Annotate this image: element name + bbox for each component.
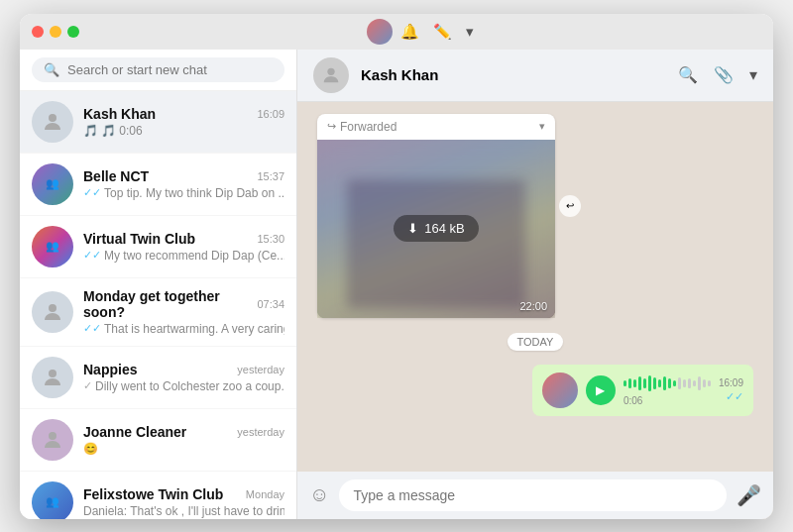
chat-name: Virtual Twin Club	[83, 231, 195, 247]
chat-name: Monday get together soon?	[83, 288, 257, 320]
download-button[interactable]: ⬇ 164 kB	[394, 215, 478, 242]
svg-point-5	[327, 67, 334, 74]
audio-time-status: 16:09 ✓✓	[719, 377, 743, 403]
chat-info-joanne: Joanne Cleaner yesterday 😊	[83, 424, 284, 456]
audio-waveform: 0:06	[623, 373, 711, 406]
audio-icon: 🎵	[83, 124, 98, 138]
chat-info-felixstowe: Felixstowe Twin Club Monday Daniela: Tha…	[83, 486, 284, 518]
edit-icon[interactable]: ✏️	[433, 23, 452, 41]
contact-avatar	[313, 57, 349, 93]
chat-info-belle-nct: Belle NCT 15:37 ✓✓ Top tip. My two think…	[83, 168, 284, 200]
msg-wrapper-forwarded: ↪ Forwarded ▾	[317, 114, 753, 318]
chat-time: 15:37	[257, 170, 284, 182]
minimize-button[interactable]	[50, 26, 61, 38]
title-bar-center: 🔔 ✏️ ▾	[79, 19, 761, 45]
audio-meta: 0:06	[623, 395, 711, 406]
avatar-virtual-twin-club: 👥	[32, 226, 73, 267]
chat-item-nappies[interactable]: Nappies yesterday ✓ Dilly went to Colche…	[20, 347, 296, 409]
chat-name: Joanne Cleaner	[83, 424, 186, 440]
app-avatar	[367, 19, 393, 45]
waveform	[623, 373, 711, 393]
notification-icon[interactable]: 🔔	[400, 23, 419, 41]
chat-preview: ✓✓ Top tip. My two think Dip Dab on ...	[83, 186, 284, 200]
audio-msg-time: 16:09	[719, 377, 743, 388]
chat-item-felixstowe[interactable]: 👥 Felixstowe Twin Club Monday Daniela: T…	[20, 472, 296, 519]
chevron-down-icon[interactable]: ▾	[539, 120, 545, 133]
emoji-button[interactable]: ☺	[309, 483, 329, 506]
mic-button[interactable]: 🎤	[736, 483, 761, 507]
messages-area: ↪ Forwarded ▾	[297, 102, 773, 472]
reply-icon[interactable]: ↩	[559, 195, 581, 217]
chat-time: 07:34	[257, 298, 284, 310]
app-window: 🔔 ✏️ ▾ 🔍	[20, 14, 773, 519]
read-check-icon: ✓✓	[726, 390, 743, 403]
avatar-monday-get-together	[32, 291, 73, 333]
chat-time: 15:30	[257, 233, 284, 245]
chat-preview: Daniela: That's ok , I'll just have to d…	[83, 504, 284, 518]
svg-point-2	[49, 370, 57, 377]
forwarded-image[interactable]: ⬇ 164 kB 22:00	[317, 140, 555, 318]
message-input[interactable]	[339, 479, 727, 511]
chat-name: Felixstowe Twin Club	[83, 486, 223, 502]
chat-time: yesterday	[237, 426, 284, 438]
chat-item-virtual-twin-club[interactable]: 👥 Virtual Twin Club 15:30 ✓✓ My two reco…	[20, 216, 296, 278]
chat-time: yesterday	[237, 364, 284, 375]
chat-time: 16:09	[257, 108, 284, 120]
chat-preview: 🎵 🎵 0:06	[83, 124, 284, 138]
forwarded-text: Forwarded	[340, 120, 396, 134]
chat-info-virtual-twin-club: Virtual Twin Club 15:30 ✓✓ My two recomm…	[83, 231, 284, 263]
chat-time: Monday	[246, 488, 284, 500]
search-box: 🔍	[32, 57, 284, 82]
close-button[interactable]	[32, 26, 44, 38]
play-button[interactable]: ▶	[586, 375, 616, 405]
msg-wrapper-audio: ▶	[317, 365, 753, 416]
chat-header: Kash Khan 🔍 📎 ▾	[297, 50, 773, 102]
more-options-icon[interactable]: ▾	[749, 65, 757, 84]
chat-panel: Kash Khan 🔍 📎 ▾ ↪	[297, 50, 773, 519]
chevron-down-icon[interactable]: ▾	[466, 23, 474, 41]
chat-list: Kash Khan 16:09 🎵 🎵 0:06 👥 Be	[20, 91, 296, 519]
search-icon[interactable]: 🔍	[678, 65, 698, 84]
title-bar: 🔔 ✏️ ▾	[20, 14, 773, 50]
today-badge: TODAY	[508, 333, 564, 351]
attach-icon[interactable]: 📎	[714, 65, 734, 84]
main-content: 🔍 Kash Khan 16:09 �	[20, 50, 773, 519]
avatar-joanne-cleaner	[32, 419, 73, 461]
chat-name: Belle NCT	[83, 168, 149, 184]
forwarded-label: ↪ Forwarded	[327, 120, 396, 134]
chat-preview: 😊	[83, 442, 284, 456]
chat-preview: ✓✓ My two recommend Dip Dap (Ce...	[83, 249, 284, 263]
search-icon: 🔍	[44, 62, 59, 77]
header-icons: 🔍 📎 ▾	[678, 65, 757, 84]
image-time: 22:00	[519, 300, 547, 312]
search-input[interactable]	[67, 62, 273, 77]
forwarded-msg-container: ↪ Forwarded ▾	[317, 114, 555, 318]
chat-item-joanne-cleaner[interactable]: Joanne Cleaner yesterday 😊	[20, 409, 296, 472]
file-size: 164 kB	[424, 221, 464, 236]
forward-arrow-icon: ↪	[327, 120, 336, 133]
chat-item-monday-get-together[interactable]: Monday get together soon? 07:34 ✓✓ That …	[20, 278, 296, 347]
chat-name: Kash Khan	[83, 106, 156, 122]
search-area: 🔍	[20, 50, 296, 91]
sidebar: 🔍 Kash Khan 16:09 �	[20, 50, 297, 519]
chat-info-nappies: Nappies yesterday ✓ Dilly went to Colche…	[83, 362, 284, 393]
svg-point-0	[49, 114, 57, 122]
avatar-felixstowe: 👥	[32, 481, 73, 519]
chat-preview: ✓✓ That is heartwarming. A very caring .…	[83, 322, 284, 336]
today-divider: TODAY	[317, 332, 753, 351]
forwarded-header: ↪ Forwarded ▾	[317, 114, 555, 140]
chat-name: Nappies	[83, 362, 137, 377]
avatar-belle-nct: 👥	[32, 163, 73, 205]
chat-item-belle-nct[interactable]: 👥 Belle NCT 15:37 ✓✓ Top tip. My two thi…	[20, 154, 296, 216]
forwarded-message: ↪ Forwarded ▾	[317, 114, 555, 318]
audio-message: ▶	[532, 365, 753, 416]
chat-info-monday: Monday get together soon? 07:34 ✓✓ That …	[83, 288, 284, 336]
chat-item-kash-khan[interactable]: Kash Khan 16:09 🎵 🎵 0:06	[20, 91, 296, 154]
traffic-lights	[32, 26, 79, 38]
audio-sender-avatar	[542, 372, 578, 408]
chat-input-area: ☺ 🎤	[297, 472, 773, 519]
svg-point-1	[49, 304, 57, 312]
maximize-button[interactable]	[67, 26, 79, 38]
chat-preview: ✓ Dilly went to Colchester zoo a coup...	[83, 379, 284, 393]
avatar-nappies	[32, 357, 73, 398]
